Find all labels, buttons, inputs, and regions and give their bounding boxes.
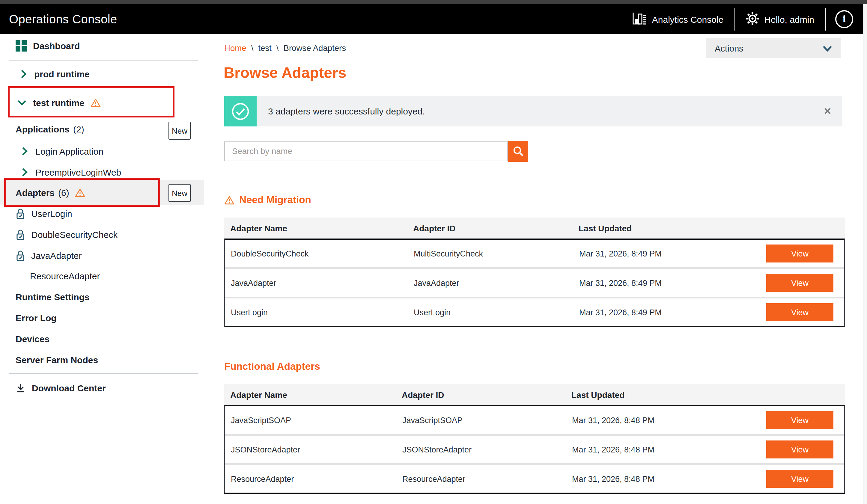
view-button[interactable]: View (766, 244, 833, 263)
breadcrumb-separator: \ (276, 44, 279, 53)
download-icon (15, 383, 26, 393)
table-header: Adapter Name Adapter ID Last Updated (224, 218, 845, 239)
analytics-console-button[interactable]: Analytics Console (621, 4, 734, 34)
dashboard-grid-icon (15, 40, 27, 51)
column-adapter-name: Adapter Name (224, 390, 402, 399)
view-button[interactable]: View (766, 440, 833, 459)
adapter-id-cell: JavaScriptSOAP (402, 416, 572, 425)
main-content: Home \ test \ Browse Adapters Actions Br… (204, 34, 863, 504)
last-updated-cell: Mar 31, 2026, 8:48 PM (572, 474, 766, 483)
sidebar-item-preemptiveloginweb[interactable]: PreemptiveLoginWeb (0, 165, 223, 179)
new-adapter-button[interactable]: New (169, 184, 191, 202)
app-header: Operations Console Analytics C (0, 4, 863, 34)
adapter-name-cell: JavaScriptSOAP (225, 416, 402, 425)
breadcrumb-home-link[interactable]: Home (224, 44, 246, 53)
sidebar-item-prod-runtime[interactable]: prod runtime (0, 66, 222, 81)
table-body: JavaScriptSOAP JavaScriptSOAP Mar 31, 20… (224, 405, 845, 494)
warning-icon (75, 187, 85, 197)
banner-message: 3 adapters were successfully deployed. (268, 106, 813, 116)
column-last-updated: Last Updated (571, 390, 845, 399)
table-row: ResourceAdapter ResourceAdapter Mar 31, … (225, 463, 844, 493)
adapter-id-cell: MultiSecurityCheck (414, 249, 579, 258)
search-input[interactable] (224, 141, 508, 161)
column-adapter-id: Adapter ID (402, 390, 571, 399)
search-icon (512, 146, 524, 157)
sidebar-divider (9, 373, 198, 374)
gear-icon (746, 12, 759, 27)
view-button[interactable]: View (766, 470, 833, 488)
chevron-down-icon (822, 45, 832, 51)
sidebar-item-devices[interactable]: Devices (0, 331, 220, 346)
search-button[interactable] (508, 141, 528, 162)
last-updated-cell: Mar 31, 2026, 8:48 PM (572, 416, 766, 425)
column-adapter-id: Adapter ID (413, 223, 579, 233)
view-button[interactable]: View (766, 303, 833, 321)
sidebar-item-download-center[interactable]: Download Center (0, 381, 220, 395)
adapter-id-cell: ResourceAdapter (402, 474, 572, 483)
lock-check-icon (15, 250, 25, 261)
lock-check-icon (15, 208, 25, 219)
column-last-updated: Last Updated (579, 223, 845, 233)
sidebar-item-doublesecuritycheck[interactable]: DoubleSecurityCheck (0, 227, 219, 241)
functional-adapters-heading: Functional Adapters (224, 360, 845, 373)
table-row: JSONStoreAdapter JSONStoreAdapter Mar 31… (225, 434, 844, 463)
header-right: Analytics Console H (621, 4, 863, 34)
view-button[interactable]: View (766, 274, 833, 292)
sidebar-item-error-log[interactable]: Error Log (0, 310, 220, 325)
sidebar-item-userlogin[interactable]: UserLogin (0, 206, 219, 220)
last-updated-cell: Mar 31, 2026, 8:49 PM (579, 249, 766, 258)
new-application-button[interactable]: New (169, 122, 191, 140)
app-title: Operations Console (0, 12, 117, 26)
warning-icon (224, 195, 234, 206)
adapter-name-cell: JSONStoreAdapter (225, 445, 402, 454)
breadcrumb: Home \ test \ Browse Adapters (224, 44, 346, 53)
window-top-strip (0, 0, 867, 4)
warning-icon (90, 97, 101, 108)
analytics-chart-icon (632, 12, 647, 27)
adapter-id-cell: JavaAdapter (414, 278, 579, 287)
sidebar-item-server-farm-nodes[interactable]: Server Farm Nodes (0, 352, 220, 367)
sidebar-item-resourceadapter[interactable]: ResourceAdapter (0, 269, 234, 283)
adapter-name-cell: ResourceAdapter (225, 474, 402, 483)
need-migration-section: Need Migration Adapter Name Adapter ID L… (224, 194, 845, 327)
table-row: DoubleSecurityCheck MultiSecurityCheck M… (225, 240, 844, 267)
analytics-console-label: Analytics Console (652, 14, 724, 24)
chevron-down-icon (17, 99, 27, 106)
sidebar-item-javaadapter[interactable]: JavaAdapter (0, 248, 219, 263)
actions-dropdown[interactable]: Actions (706, 39, 841, 58)
actions-label: Actions (715, 43, 743, 53)
sidebar-item-dashboard[interactable]: Dashboard (0, 39, 220, 53)
info-icon: i (835, 10, 853, 28)
sidebar-item-runtime-settings[interactable]: Runtime Settings (0, 289, 220, 304)
breadcrumb-current-page: Browse Adapters (283, 44, 346, 53)
breadcrumb-separator: \ (251, 44, 254, 53)
last-updated-cell: Mar 31, 2026, 8:49 PM (579, 308, 766, 317)
sidebar: Dashboard prod runtime test runtime Appl… (0, 34, 204, 504)
table-row: UserLogin UserLogin Mar 31, 2026, 8:49 P… (225, 297, 844, 326)
close-icon[interactable]: ✕ (813, 106, 843, 117)
adapter-name-cell: JavaAdapter (225, 278, 414, 287)
breadcrumb-runtime-link[interactable]: test (258, 44, 271, 53)
sidebar-item-login-application[interactable]: Login Application (0, 144, 223, 158)
table-header: Adapter Name Adapter ID Last Updated (224, 384, 845, 405)
user-greeting: Hello, admin (764, 14, 814, 24)
table-row: JavaAdapter JavaAdapter Mar 31, 2026, 8:… (225, 267, 844, 297)
app-window: Operations Console Analytics C (0, 0, 867, 504)
info-button[interactable]: i (826, 4, 863, 34)
user-settings-button[interactable]: Hello, admin (735, 4, 825, 34)
last-updated-cell: Mar 31, 2026, 8:48 PM (572, 445, 766, 454)
need-migration-heading: Need Migration (224, 194, 845, 207)
chevron-right-icon (19, 167, 29, 176)
table-row: JavaScriptSOAP JavaScriptSOAP Mar 31, 20… (225, 406, 844, 434)
adapter-id-cell: JSONStoreAdapter (402, 445, 572, 454)
sidebar-divider (9, 60, 198, 61)
view-button[interactable]: View (766, 411, 833, 429)
adapter-name-cell: DoubleSecurityCheck (225, 249, 414, 258)
sidebar-divider (9, 89, 198, 89)
chevron-right-icon (19, 146, 29, 155)
scrollbar[interactable] (863, 4, 867, 504)
sidebar-item-test-runtime[interactable]: test runtime (0, 95, 221, 110)
last-updated-cell: Mar 31, 2026, 8:49 PM (579, 278, 766, 287)
functional-adapters-section: Functional Adapters Adapter Name Adapter… (224, 360, 845, 494)
success-banner: 3 adapters were successfully deployed. ✕ (224, 96, 843, 127)
